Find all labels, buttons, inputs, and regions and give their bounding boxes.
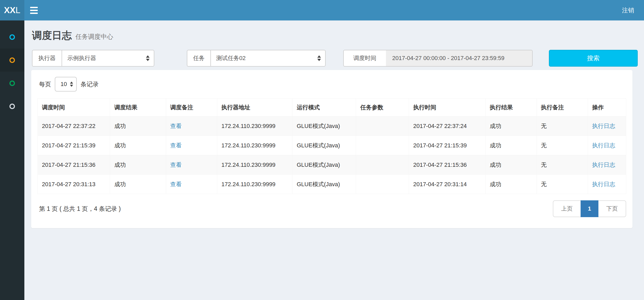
sidebar-item-2-active[interactable] [0,49,24,72]
cell-handle-msg: 无 [537,136,588,155]
cell-job-param [356,136,409,155]
table-header-row: 调度时间 调度结果 调度备注 执行器地址 运行模式 任务参数 执行时间 执行结果… [38,99,626,116]
col-header-handle-time: 执行时间 [409,99,485,116]
cell-trigger-result: 成功 [110,116,166,136]
time-filter-group: 调度时间 [343,50,533,67]
cell-handle-result: 成功 [485,155,537,175]
cell-job-param [356,175,409,194]
pagination-summary: 第 1 页 ( 总共 1 页，4 条记录 ) [39,205,121,213]
cell-executor-address: 172.24.110.230:9999 [217,136,292,155]
cell-handle-msg: 无 [537,116,588,136]
logo-light-text: L [15,5,20,15]
cell-trigger-time: 2017-04-27 21:15:36 [38,155,110,175]
exec-log-link[interactable]: 执行日志 [592,142,615,149]
page-size-select[interactable]: 10 [55,77,77,92]
cell-trigger-result: 成功 [110,136,166,155]
executor-select[interactable]: 示例执行器 [62,50,154,67]
col-header-trigger-msg: 调度备注 [166,99,217,116]
cell-executor-address: 172.24.110.230:9999 [217,116,292,136]
cell-handle-result: 成功 [485,175,537,194]
executor-filter-label: 执行器 [32,50,62,67]
logo-bold-text: XX [4,5,15,15]
view-trigger-msg-link[interactable]: 查看 [170,181,182,188]
table-row: 2017-04-27 20:31:13 成功 查看 172.24.110.230… [38,175,626,194]
time-filter-label: 调度时间 [343,50,386,67]
sidebar-item-1[interactable] [0,25,24,49]
view-trigger-msg-link[interactable]: 查看 [170,162,182,168]
sidebar [0,20,24,300]
app-logo[interactable]: XXL [0,0,24,20]
col-header-action: 操作 [588,99,626,116]
col-header-run-mode: 运行模式 [292,99,356,116]
cell-job-param [356,116,409,136]
select-arrows-icon [317,55,321,61]
col-header-executor-address: 执行器地址 [217,99,292,116]
page-size-value: 10 [61,81,67,88]
sidebar-toggle-button[interactable] [24,0,43,20]
cell-executor-address: 172.24.110.230:9999 [217,175,292,194]
page-size-suffix: 条记录 [80,80,99,88]
select-arrows-icon [70,82,73,87]
page-header: 调度日志 任务调度中心 [24,20,644,42]
search-button[interactable]: 搜索 [549,50,638,67]
exec-log-link[interactable]: 执行日志 [592,181,615,188]
cell-trigger-time: 2017-04-27 20:31:13 [38,175,110,194]
col-header-trigger-result: 调度结果 [110,99,166,116]
dispatch-log-table: 调度时间 调度结果 调度备注 执行器地址 运行模式 任务参数 执行时间 执行结果… [37,98,626,194]
executor-select-value: 示例执行器 [67,54,96,62]
hamburger-icon [30,10,38,11]
job-select-value: 测试任务02 [216,54,245,62]
page-size-row: 每页 10 条记录 [37,76,626,92]
select-arrows-icon [146,55,150,61]
cell-handle-result: 成功 [485,116,537,136]
exec-log-link[interactable]: 执行日志 [592,123,615,129]
current-page-button[interactable]: 1 [581,200,598,217]
view-trigger-msg-link[interactable]: 查看 [170,142,182,149]
sidebar-item-3[interactable] [0,72,24,95]
cell-trigger-result: 成功 [110,175,166,194]
sidebar-item-4[interactable] [0,95,24,118]
executor-filter-group: 执行器 示例执行器 [32,50,154,67]
circle-icon [9,34,15,40]
view-trigger-msg-link[interactable]: 查看 [170,123,182,129]
cell-run-mode: GLUE模式(Java) [292,136,356,155]
col-header-handle-msg: 执行备注 [537,99,588,116]
cell-handle-result: 成功 [485,136,537,155]
logout-link[interactable]: 注销 [619,6,637,14]
circle-icon [9,104,15,109]
time-range-input[interactable] [386,50,533,67]
job-filter-group: 任务 测试任务02 [187,50,326,67]
cell-handle-msg: 无 [537,155,588,175]
exec-log-link[interactable]: 执行日志 [592,162,615,168]
cell-executor-address: 172.24.110.230:9999 [217,155,292,175]
job-select[interactable]: 测试任务02 [210,50,326,67]
table-row: 2017-04-27 22:37:22 成功 查看 172.24.110.230… [38,116,626,136]
page-size-prefix: 每页 [39,80,51,88]
table-row: 2017-04-27 21:15:36 成功 查看 172.24.110.230… [38,155,626,175]
page-subtitle: 任务调度中心 [75,33,113,41]
cell-job-param [356,155,409,175]
hamburger-icon [30,13,38,14]
cell-handle-msg: 无 [537,175,588,194]
top-navbar: XXL 注销 [0,0,644,20]
cell-run-mode: GLUE模式(Java) [292,155,356,175]
pagination-row: 第 1 页 ( 总共 1 页，4 条记录 ) 上页 1 下页 [37,200,626,217]
cell-trigger-time: 2017-04-27 21:15:39 [38,136,110,155]
col-header-handle-result: 执行结果 [485,99,537,116]
col-header-trigger-time: 调度时间 [38,99,110,116]
circle-icon [9,57,15,63]
cell-handle-time: 2017-04-27 22:37:24 [409,116,485,136]
cell-trigger-result: 成功 [110,155,166,175]
log-panel: 每页 10 条记录 调度时间 调度结果 调度备注 执行器地址 运行模式 任务参数… [31,70,632,228]
next-page-button[interactable]: 下页 [598,200,626,217]
pager: 上页 1 下页 [553,200,626,217]
cell-handle-time: 2017-04-27 21:15:36 [409,155,485,175]
job-filter-label: 任务 [187,50,210,67]
main-content: 调度日志 任务调度中心 执行器 示例执行器 任务 测试任务02 调度时间 搜索 [24,20,644,300]
cell-run-mode: GLUE模式(Java) [292,175,356,194]
prev-page-button[interactable]: 上页 [553,200,581,217]
circle-icon [9,81,15,86]
table-row: 2017-04-27 21:15:39 成功 查看 172.24.110.230… [38,136,626,155]
cell-run-mode: GLUE模式(Java) [292,116,356,136]
cell-handle-time: 2017-04-27 20:31:14 [409,175,485,194]
